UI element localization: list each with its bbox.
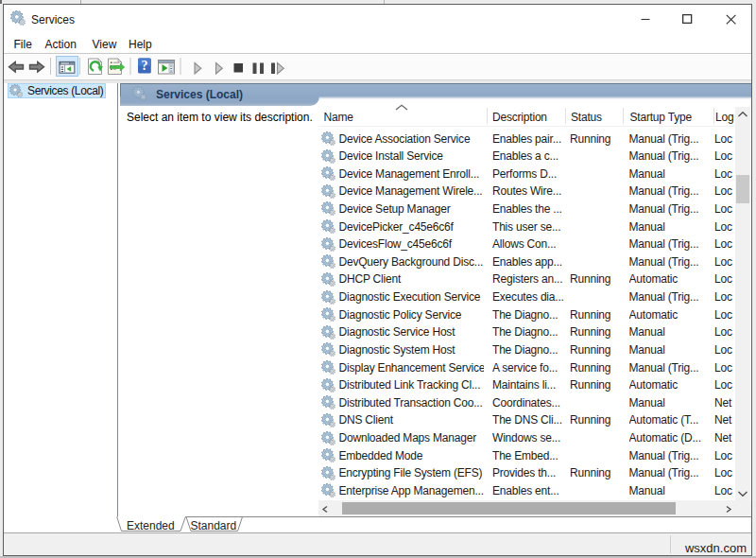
svg-text:?: ? [141,59,147,73]
